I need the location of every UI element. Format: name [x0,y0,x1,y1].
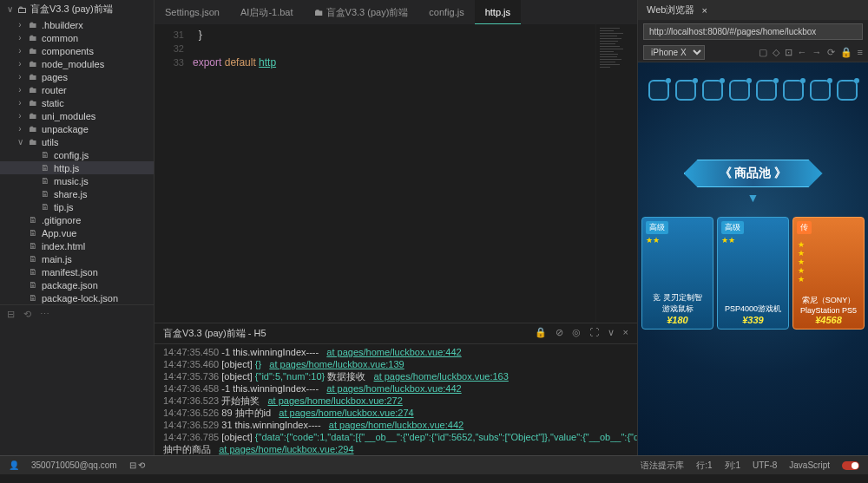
preview-lock-icon[interactable]: 🔒 [840,47,852,58]
log-link[interactable]: at pages/home/luckbox.vue:163 [374,371,509,382]
tree-item-static[interactable]: ›🖿static [0,96,154,109]
console-title: 盲盒V3.3 (pay)前端 - H5 [163,327,266,340]
preview-forward-icon[interactable]: → [812,47,822,58]
log-line: 14:47:35.460 [object] {} at pages/home/l… [163,358,628,370]
status-item[interactable]: 行:1 [696,460,712,472]
tree-item-main-js[interactable]: 🗎main.js [0,252,154,265]
tree-item-manifest-json[interactable]: 🗎manifest.json [0,265,154,278]
log-line: 14:47:35.450 -1 this.winningIndex---- at… [163,346,628,358]
status-sep: ⊟ ⟲ [129,460,146,470]
console-close-icon[interactable]: × [623,327,628,340]
phone-viewport[interactable]: 《 商品池 》 ▼ 高级★★竞 灵刃定制智游戏鼠标¥180高级★★PSP4000… [638,62,868,455]
tab-config-js[interactable]: config.js [418,0,474,24]
preview-refresh-icon[interactable]: ⟳ [827,47,835,58]
user-icon[interactable]: 👤 [9,460,19,470]
tree-item-music-js[interactable]: 🗎music.js [0,174,154,187]
file-explorer: ∨🗀 盲盒V3.3 (pay)前端 ›🖿.hbuilderx›🖿common›🖿… [0,0,155,455]
tree-item-unpackage[interactable]: ›🖿unpackage [0,122,154,135]
console-target-icon[interactable]: ◎ [572,327,581,340]
sync-icon[interactable]: ⟲ [23,309,31,320]
preview-back-icon[interactable]: ← [798,47,807,58]
preview-close-icon[interactable]: × [701,5,707,16]
web-preview: Web浏览器 × iPhone X ▢ ◇ ⊡ ← → ⟳ 🔒 ≡ [637,0,868,455]
tab--V3-3-pay-[interactable]: 🖿 盲盒V3.3 (pay)前端 [304,0,419,24]
code-editor[interactable]: } export default http [193,24,595,323]
tree-item-components[interactable]: ›🖿components [0,44,154,57]
sidebar-footer: ⊟ ⟲ ⋯ [0,304,154,323]
tree-item-node_modules[interactable]: ›🖿node_modules [0,57,154,70]
preview-tool-2[interactable]: ◇ [773,47,779,58]
tree-item-config-js[interactable]: 🗎config.js [0,148,154,161]
status-item[interactable]: JavaScript [789,460,830,470]
tree-item-common[interactable]: ›🖿common [0,31,154,44]
product-pool-banner: 《 商品池 》 ▼ [684,160,823,205]
tree-item--gitignore[interactable]: 🗎.gitignore [0,213,154,226]
product-card[interactable]: 高级★★竞 灵刃定制智游戏鼠标¥180 [641,217,713,330]
tree-item-tip-js[interactable]: 🗎tip.js [0,200,154,213]
log-line: 14:47:36.785 [object] {"data":{"code":1,… [163,431,628,443]
tree-item-share-js[interactable]: 🗎share.js [0,187,154,200]
console-expand-icon[interactable]: ⛶ [589,327,599,340]
tree-item-package-lock-json[interactable]: 🗎package-lock.json [0,291,154,304]
status-user[interactable]: 3500710050@qq.com [31,460,117,470]
tree-item-uni_modules[interactable]: ›🖿uni_modules [0,109,154,122]
status-toggle[interactable] [842,461,859,470]
log-link[interactable]: at pages/home/luckbox.vue:442 [326,383,461,394]
tab-http-js[interactable]: http.js [475,0,521,24]
log-line: 14:47:36.529 31 this.winningIndex---- at… [163,419,628,431]
console-down-icon[interactable]: ∨ [608,327,615,340]
log-line: 14:47:35.736 [object] {"id":5,"num":10} … [163,370,628,382]
status-item[interactable]: 列:1 [725,460,740,472]
project-root[interactable]: ∨🗀 盲盒V3.3 (pay)前端 [0,0,154,18]
log-line: 14:47:36.458 -1 this.winningIndex---- at… [163,382,628,395]
tree-item-pages[interactable]: ›🖿pages [0,70,154,83]
more-icon[interactable]: ⋯ [40,309,49,320]
tree-item-utils[interactable]: ∨🖿utils [0,135,154,148]
status-item[interactable]: 语法提示库 [641,460,684,472]
device-select[interactable]: iPhone X [643,45,705,60]
tree-item-index-html[interactable]: 🗎index.html [0,239,154,252]
log-line: 抽中的商品 at pages/home/luckbox.vue:294 [163,443,628,455]
log-link[interactable]: at pages/home/luckbox.vue:442 [326,347,461,357]
log-line: 14:47:36.523 开始抽奖 at pages/home/luckbox.… [163,395,628,407]
console: 盲盒V3.3 (pay)前端 - H5 🔒 ⊘ ◎ ⛶ ∨ × 14:47:35… [155,323,637,455]
tree-item-router[interactable]: ›🖿router [0,83,154,96]
preview-tool-1[interactable]: ▢ [759,47,767,58]
log-link[interactable]: at pages/home/luckbox.vue:139 [269,359,404,369]
tree-item-http-js[interactable]: 🗎http.js [0,161,154,174]
project-name: 盲盒V3.3 (pay)前端 [30,3,113,16]
editor-tabs: Settings.jsonAI启动-1.bat🖿 盲盒V3.3 (pay)前端c… [155,0,637,24]
editor-area: Settings.jsonAI启动-1.bat🖿 盲盒V3.3 (pay)前端c… [155,0,637,455]
console-stop-icon[interactable]: ⊘ [556,327,563,340]
preview-tool-3[interactable]: ⊡ [785,47,792,58]
product-card[interactable]: 传★★★★★索尼（SONY）PlayStation PS5¥4568 [792,217,865,330]
log-link[interactable]: at pages/home/luckbox.vue:442 [329,420,464,430]
log-link[interactable]: at pages/home/luckbox.vue:272 [267,395,402,406]
product-card[interactable]: 高级★★PSP4000游戏机¥339 [717,217,789,330]
log-link[interactable]: at pages/home/luckbox.vue:294 [219,444,353,454]
preview-url-input[interactable] [643,23,863,40]
tree-item--hbuilderx[interactable]: ›🖿.hbuilderx [0,18,154,31]
log-link[interactable]: at pages/home/luckbox.vue:274 [279,408,413,418]
minimap[interactable] [595,24,637,323]
tree-item-package-json[interactable]: 🗎package.json [0,278,154,291]
tab-Settings-json[interactable]: Settings.json [155,0,230,24]
tree-item-App-vue[interactable]: 🗎App.vue [0,226,154,239]
console-lock-icon[interactable]: 🔒 [535,327,547,340]
preview-menu-icon[interactable]: ≡ [858,47,863,58]
status-item[interactable]: UTF-8 [753,460,777,470]
line-gutter: 31 32 33 [155,24,193,323]
preview-tab-label[interactable]: Web浏览器 [647,3,694,16]
status-bar: 👤 3500710050@qq.com ⊟ ⟲ 语法提示库行:1列:1UTF-8… [0,455,868,474]
log-line: 14:47:36.526 89 抽中的id at pages/home/luck… [163,407,628,419]
tab-AI-1-bat[interactable]: AI启动-1.bat [230,0,304,24]
collapse-icon[interactable]: ⊟ [7,309,15,320]
